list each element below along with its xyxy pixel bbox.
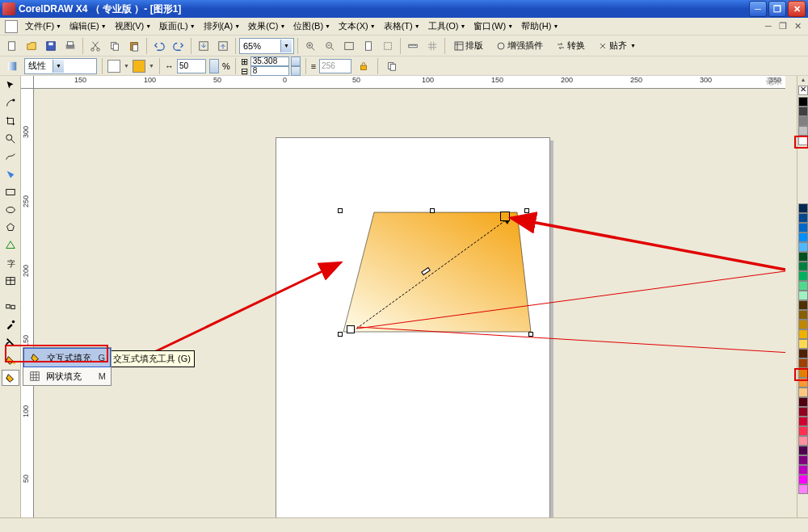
midpoint-input[interactable]: 50 [177, 59, 206, 73]
menu-help[interactable]: 帮助(H)▼ [517, 19, 562, 34]
text-tool[interactable]: 字 [2, 255, 19, 271]
color-swatch[interactable] [798, 136, 808, 145]
menu-edit[interactable]: 编辑(E)▼ [65, 19, 111, 34]
color-swatch[interactable] [798, 378, 808, 387]
snap-button[interactable]: 贴齐▼ [592, 37, 642, 54]
from-color-swatch[interactable] [107, 60, 120, 73]
vertical-ruler[interactable]: 300250200150100500 [21, 89, 34, 517]
menu-file[interactable]: 文件(F)▼ [21, 19, 65, 34]
layout-helper-button[interactable]: 排版 [448, 37, 489, 54]
selection-handle[interactable] [338, 208, 343, 213]
close-button[interactable]: ✕ [788, 1, 806, 17]
redo-button[interactable] [170, 37, 187, 55]
selection-handle[interactable] [338, 332, 343, 337]
color-swatch[interactable] [798, 300, 808, 310]
fill-tool[interactable] [2, 352, 19, 368]
zoom-page-button[interactable] [360, 37, 377, 55]
color-swatch[interactable] [798, 397, 808, 407]
shape-tool[interactable] [2, 95, 19, 111]
x-spinner[interactable] [291, 57, 301, 66]
print-button[interactable] [61, 37, 79, 55]
color-swatch[interactable] [798, 387, 808, 397]
copy-button[interactable] [106, 37, 124, 55]
doc-close-button[interactable]: ✕ [792, 21, 803, 31]
crop-tool[interactable] [2, 113, 19, 129]
pick-tool[interactable] [2, 77, 19, 94]
ellipse-tool[interactable] [2, 202, 19, 218]
gradient-end-handle[interactable] [500, 212, 510, 221]
color-swatch[interactable] [798, 417, 808, 426]
color-swatch[interactable] [798, 455, 808, 465]
color-swatch[interactable] [798, 475, 808, 484]
fill-type-button[interactable] [3, 57, 21, 75]
ruler-origin[interactable] [21, 76, 34, 89]
steps-lock-button[interactable] [355, 57, 372, 75]
color-swatch[interactable] [798, 484, 808, 494]
menu-effects[interactable]: 效果(C)▼ [244, 19, 289, 34]
export-button[interactable] [214, 37, 232, 55]
steps-input[interactable]: 256 [319, 59, 351, 73]
color-swatch[interactable] [798, 242, 808, 252]
color-swatch[interactable] [798, 320, 808, 329]
chevron-down-icon[interactable]: ▼ [124, 63, 129, 69]
undo-button[interactable] [150, 37, 168, 55]
show-grid-button[interactable] [423, 37, 441, 55]
rectangle-tool[interactable] [2, 184, 19, 200]
flyout-mesh-fill[interactable]: 网状填充 M [23, 367, 111, 385]
color-swatch[interactable] [798, 465, 808, 475]
gradient-start-handle[interactable] [347, 325, 355, 333]
horizontal-ruler[interactable]: 15010050050100150200250300350 [34, 76, 785, 89]
color-swatch[interactable] [798, 281, 808, 291]
color-swatch[interactable] [798, 97, 808, 107]
color-swatch[interactable] [798, 203, 808, 213]
menu-view[interactable]: 视图(V)▼ [111, 19, 156, 34]
show-rulers-button[interactable] [404, 37, 422, 55]
color-swatch[interactable] [798, 271, 808, 281]
chevron-down-icon[interactable]: ▼ [149, 63, 154, 69]
color-swatch[interactable] [798, 223, 808, 232]
zoom-in-button[interactable] [301, 37, 319, 55]
color-swatch[interactable] [798, 329, 808, 339]
to-color-swatch[interactable] [133, 60, 145, 73]
color-swatch[interactable] [798, 436, 808, 446]
canvas[interactable] [34, 89, 785, 517]
outline-tool[interactable] [2, 334, 19, 350]
color-swatch[interactable] [798, 213, 808, 223]
interactive-fill-tool[interactable] [2, 370, 19, 386]
color-swatch[interactable] [798, 116, 808, 126]
color-swatch[interactable] [798, 310, 808, 320]
selection-handle[interactable] [524, 208, 529, 213]
y-spinner[interactable] [291, 66, 301, 76]
color-swatch[interactable] [798, 291, 808, 300]
fill-style-dropdown[interactable]: 线性 ▼ [24, 58, 97, 74]
eyedropper-tool[interactable] [2, 316, 19, 333]
save-button[interactable] [42, 37, 60, 55]
menu-layout[interactable]: 版面(L)▼ [155, 19, 199, 34]
no-color-swatch[interactable] [798, 86, 808, 95]
zoom-out-button[interactable] [321, 37, 339, 55]
polygon-tool[interactable] [2, 220, 19, 236]
color-swatch[interactable] [798, 232, 808, 242]
zoom-dropdown[interactable]: 65% ▼ [239, 38, 294, 54]
menu-arrange[interactable]: 排列(A)▼ [200, 19, 245, 34]
color-swatch[interactable] [798, 446, 808, 455]
interactive-blend-tool[interactable] [2, 299, 19, 315]
menu-window[interactable]: 窗口(W)▼ [469, 19, 517, 34]
import-button[interactable] [195, 37, 213, 55]
open-button[interactable] [23, 37, 40, 55]
menu-table[interactable]: 表格(T)▼ [380, 19, 424, 34]
color-swatch[interactable] [798, 426, 808, 436]
color-swatch[interactable] [798, 358, 808, 368]
color-swatch[interactable] [798, 107, 808, 116]
plugin-button[interactable]: 增强插件 [490, 37, 549, 54]
midpoint-spinner[interactable] [209, 59, 219, 73]
minimize-button[interactable]: ─ [749, 1, 767, 17]
color-swatch[interactable] [798, 407, 808, 417]
basic-shapes-tool[interactable] [2, 237, 19, 253]
y-input[interactable]: 8 [250, 66, 289, 76]
zoom-fit-button[interactable] [340, 37, 358, 55]
flyout-interactive-fill[interactable]: 交互式填充 G [23, 348, 111, 367]
selection-handle[interactable] [430, 208, 435, 213]
paste-button[interactable] [125, 37, 143, 55]
menu-tools[interactable]: 工具(O)▼ [424, 19, 470, 34]
